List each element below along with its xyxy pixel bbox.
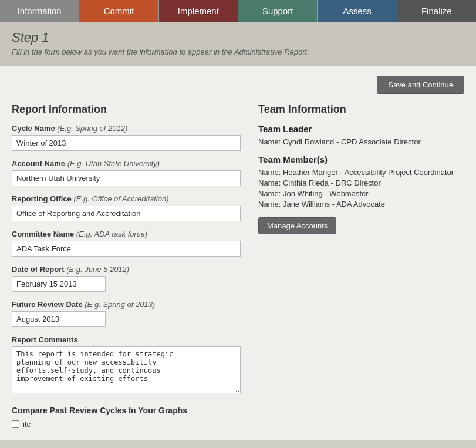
tab-information[interactable]: Information	[0, 0, 79, 22]
report-comments-textarea[interactable]: This report is intended for strategic pl…	[12, 346, 241, 393]
future-review-input[interactable]	[12, 311, 106, 327]
team-leader-name: Name: Cyndi Rowland - CPD Associate Dire…	[258, 137, 464, 146]
save-row: Save and Continue	[12, 76, 464, 94]
committee-name-input[interactable]	[12, 241, 241, 257]
committee-name-field: Committee Name (E.g. ADA task force)	[12, 230, 241, 257]
team-info-title: Team Information	[258, 103, 464, 116]
future-review-label: Future Review Date (E.g. Spring of 2013)	[12, 300, 241, 309]
cycle-name-input[interactable]	[12, 135, 241, 151]
tab-bar: Information Commit Implement Support Ass…	[0, 0, 476, 22]
account-name-input[interactable]	[12, 170, 241, 186]
compare-checkbox-row: itc	[12, 420, 241, 429]
reporting-office-input[interactable]	[12, 206, 241, 221]
team-member-2: Name: Jon Whiting - Webmaster	[258, 189, 464, 198]
step-header: Step 1 Fill in the form below as you wan…	[0, 22, 476, 66]
save-continue-button[interactable]: Save and Continue	[377, 76, 464, 94]
step-description: Fill in the form below as you want the i…	[12, 48, 464, 56]
team-member-0: Name: Heather Mariger - Accessibility Pr…	[258, 168, 464, 177]
date-of-report-label: Date of Report (E.g. June 5 2012)	[12, 265, 241, 274]
tab-assess[interactable]: Assess	[318, 0, 397, 22]
date-of-report-field: Date of Report (E.g. June 5 2012)	[12, 265, 241, 292]
columns-layout: Report Information Cycle Name (E.g. Spri…	[12, 103, 464, 429]
report-comments-label: Report Comments	[12, 335, 241, 344]
team-info-column: Team Information Team Leader Name: Cyndi…	[258, 103, 464, 429]
team-leader-title: Team Leader	[258, 124, 464, 134]
cycle-name-label: Cycle Name (E.g. Spring of 2012)	[12, 124, 241, 133]
compare-itc-label: itc	[23, 420, 31, 429]
report-info-column: Report Information Cycle Name (E.g. Spri…	[12, 103, 241, 429]
team-members-title: Team Member(s)	[258, 154, 464, 164]
tab-finalize[interactable]: Finalize	[397, 0, 476, 22]
reporting-office-field: Reporting Office (E.g. Office of Accredi…	[12, 194, 241, 221]
cycle-name-field: Cycle Name (E.g. Spring of 2012)	[12, 124, 241, 151]
account-name-field: Account Name (E.g. Utah State University…	[12, 159, 241, 186]
team-member-1: Name: Cinthia Rieda - DRC Director	[258, 178, 464, 187]
tab-support[interactable]: Support	[238, 0, 318, 22]
tab-commit[interactable]: Commit	[79, 0, 158, 22]
manage-accounts-button[interactable]: Manage Accounts	[258, 217, 336, 234]
reporting-office-label: Reporting Office (E.g. Office of Accredi…	[12, 194, 241, 203]
compare-title: Compare Past Review Cycles In Your Graph…	[12, 406, 241, 415]
tab-implement[interactable]: Implement	[159, 0, 238, 22]
report-comments-field: Report Comments This report is intended …	[12, 335, 241, 395]
committee-name-label: Committee Name (E.g. ADA task force)	[12, 230, 241, 238]
main-content: Save and Continue Report Information Cyc…	[0, 66, 476, 440]
report-info-title: Report Information	[12, 103, 241, 116]
compare-itc-checkbox[interactable]	[12, 420, 19, 428]
date-of-report-input[interactable]	[12, 276, 106, 292]
step-title: Step 1	[12, 30, 464, 45]
future-review-field: Future Review Date (E.g. Spring of 2013)	[12, 300, 241, 327]
account-name-label: Account Name (E.g. Utah State University…	[12, 159, 241, 168]
team-member-3: Name: Jane Williams - ADA Advocate	[258, 200, 464, 208]
